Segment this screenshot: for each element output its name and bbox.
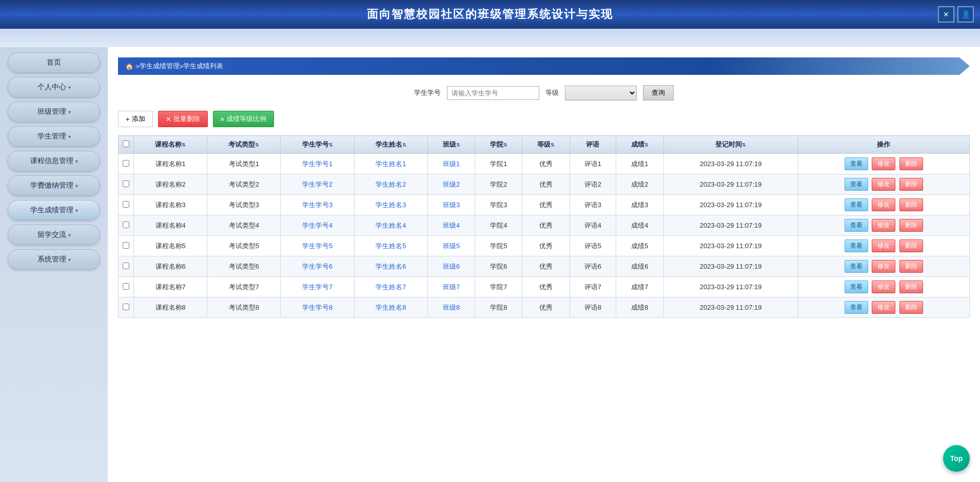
sidebar-item-home[interactable]: 首页: [8, 52, 100, 73]
row-select-checkbox[interactable]: [123, 180, 129, 187]
class-link[interactable]: 班级8: [443, 304, 460, 311]
sidebar-label: 留学交流: [37, 230, 66, 239]
sidebar: 首页个人中心▾班级管理▾学生管理▾课程信息管理▾学费缴纳管理▾学生成绩管理▾留学…: [0, 47, 108, 482]
query-button[interactable]: 查询: [643, 85, 674, 101]
view-button[interactable]: 查看: [845, 219, 868, 232]
student-id-link[interactable]: 学生学号3: [302, 201, 332, 209]
delete-button[interactable]: 删除: [899, 178, 923, 191]
row-student-id: 学生学号4: [281, 215, 354, 236]
sidebar-item-sys-mgmt[interactable]: 系统管理▾: [8, 249, 100, 270]
edit-button[interactable]: 修改: [872, 157, 895, 170]
row-course-name: 课程名称3: [134, 195, 207, 215]
row-record-time: 2023-03-29 11:07:19: [663, 256, 798, 277]
delete-button[interactable]: 删除: [899, 301, 923, 314]
top-button[interactable]: Top: [943, 445, 970, 472]
edit-button[interactable]: 修改: [872, 198, 895, 211]
row-select-checkbox[interactable]: [123, 201, 129, 208]
view-button[interactable]: 查看: [845, 280, 868, 293]
row-school: 学院2: [475, 174, 522, 195]
student-id-link[interactable]: 学生学号5: [302, 242, 332, 250]
view-button[interactable]: 查看: [845, 178, 868, 191]
row-course-name: 课程名称4: [134, 215, 207, 236]
sidebar-item-abroad[interactable]: 留学交流▾: [8, 225, 100, 245]
row-student-name: 学生姓名3: [354, 195, 427, 215]
delete-button[interactable]: 删除: [899, 219, 923, 232]
row-select-checkbox[interactable]: [123, 283, 129, 290]
row-exam-type: 考试类型8: [207, 297, 281, 318]
edit-button[interactable]: 修改: [872, 280, 895, 293]
student-name-link[interactable]: 学生姓名2: [376, 180, 406, 188]
class-link[interactable]: 班级3: [443, 201, 460, 209]
sidebar-item-course-mgmt[interactable]: 课程信息管理▾: [8, 151, 100, 171]
delete-button[interactable]: 删除: [899, 157, 923, 170]
sidebar-item-fee-mgmt[interactable]: 学费缴纳管理▾: [8, 175, 100, 196]
view-button[interactable]: 查看: [845, 198, 868, 211]
row-grade: 优秀: [522, 215, 570, 236]
row-class: 班级1: [427, 154, 475, 174]
row-checkbox: [119, 236, 134, 256]
student-id-link[interactable]: 学生学号8: [302, 304, 332, 311]
view-button[interactable]: 查看: [845, 301, 868, 314]
student-name-link[interactable]: 学生姓名6: [376, 263, 406, 270]
class-link[interactable]: 班级1: [443, 160, 460, 168]
delete-button[interactable]: 删除: [899, 198, 923, 211]
edit-button[interactable]: 修改: [872, 239, 895, 252]
batch-delete-button[interactable]: ✕ 批量删除: [158, 111, 208, 127]
student-id-input[interactable]: [447, 86, 539, 100]
class-link[interactable]: 班级6: [443, 263, 460, 270]
row-select-checkbox[interactable]: [123, 222, 129, 228]
sidebar-item-student-mgmt[interactable]: 学生管理▾: [8, 126, 100, 147]
row-exam-type: 考试类型6: [207, 256, 281, 277]
table-row: 课程名称6 考试类型6 学生学号6 学生姓名6 班级6 学院6 优秀 评语6 成…: [119, 256, 970, 277]
sidebar-item-grade-mgmt[interactable]: 学生成绩管理▾: [8, 200, 100, 220]
row-actions: 查看 修改 删除: [798, 256, 969, 277]
row-comment: 评语6: [570, 256, 616, 277]
student-name-link[interactable]: 学生姓名7: [376, 283, 406, 291]
class-link[interactable]: 班级5: [443, 242, 460, 250]
row-exam-type: 考试类型7: [207, 277, 281, 297]
sidebar-item-personal[interactable]: 个人中心▾: [8, 77, 100, 97]
view-button[interactable]: 查看: [845, 260, 868, 273]
student-id-link[interactable]: 学生学号4: [302, 222, 332, 229]
view-button[interactable]: 查看: [845, 157, 868, 170]
class-link[interactable]: 班级2: [443, 180, 460, 188]
row-select-checkbox[interactable]: [123, 160, 129, 167]
close-icon[interactable]: ✕: [938, 6, 954, 23]
edit-button[interactable]: 修改: [872, 178, 895, 191]
grade-label: 等级: [545, 88, 559, 97]
table-row: 课程名称7 考试类型7 学生学号7 学生姓名7 班级7 学院7 优秀 评语7 成…: [119, 277, 970, 297]
th-course-name: 课程名称⇅: [134, 136, 207, 154]
student-id-link[interactable]: 学生学号1: [302, 160, 332, 168]
delete-button[interactable]: 删除: [899, 280, 923, 293]
delete-button[interactable]: 删除: [899, 239, 923, 252]
edit-button[interactable]: 修改: [872, 260, 895, 273]
student-id-link[interactable]: 学生学号7: [302, 283, 332, 291]
row-select-checkbox[interactable]: [123, 242, 129, 249]
student-name-link[interactable]: 学生姓名1: [376, 160, 406, 168]
student-name-link[interactable]: 学生姓名8: [376, 304, 406, 311]
view-button[interactable]: 查看: [845, 239, 868, 252]
edit-button[interactable]: 修改: [872, 219, 895, 232]
row-select-checkbox[interactable]: [123, 304, 129, 310]
class-link[interactable]: 班级4: [443, 222, 460, 229]
sidebar-item-class-mgmt[interactable]: 班级管理▾: [8, 102, 100, 122]
student-name-link[interactable]: 学生姓名5: [376, 242, 406, 250]
student-id-link[interactable]: 学生学号6: [302, 263, 332, 270]
row-comment: 评语7: [570, 277, 616, 297]
delete-button[interactable]: 删除: [899, 260, 923, 273]
content-area: 🏠 > 学生成绩管理 > 学生成绩列表 学生学号 等级 优秀 良好 及格 不及格…: [108, 47, 980, 482]
user-icon[interactable]: 👤: [957, 6, 974, 23]
grade-select[interactable]: 优秀 良好 及格 不及格: [565, 86, 637, 101]
row-select-checkbox[interactable]: [123, 263, 129, 269]
row-school: 学院5: [475, 236, 522, 256]
student-id-link[interactable]: 学生学号2: [302, 180, 332, 188]
grade-ratio-button[interactable]: ≡ 成绩等级比例: [213, 111, 275, 127]
table-row: 课程名称5 考试类型5 学生学号5 学生姓名5 班级5 学院5 优秀 评语5 成…: [119, 236, 970, 256]
student-name-link[interactable]: 学生姓名3: [376, 201, 406, 209]
select-all-checkbox[interactable]: [123, 140, 129, 147]
header-title: 面向智慧校园社区的班级管理系统设计与实现: [367, 7, 613, 22]
student-name-link[interactable]: 学生姓名4: [376, 222, 406, 229]
class-link[interactable]: 班级7: [443, 283, 460, 291]
add-button[interactable]: + 添加: [118, 111, 153, 127]
edit-button[interactable]: 修改: [872, 301, 895, 314]
